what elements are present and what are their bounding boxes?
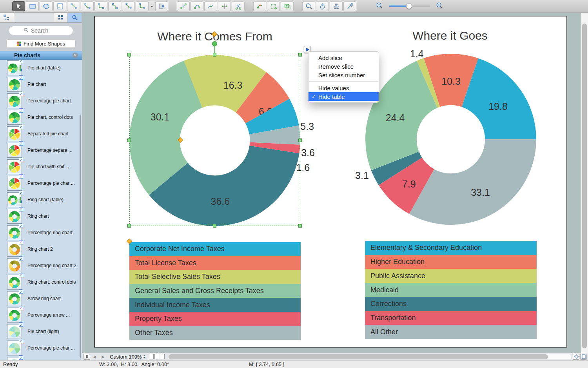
page-previous-icon[interactable]: ◀ — [90, 355, 99, 359]
find-more-shapes-button[interactable]: Find More Shapes — [6, 39, 76, 48]
zoom-stepper[interactable]: ▴▾ — [143, 354, 145, 359]
horizontal-scrollbar[interactable] — [169, 354, 571, 359]
selection-handle-nw[interactable] — [127, 53, 131, 56]
shape-list-item[interactable]: ✓ Percentage pie char ... — [0, 340, 82, 356]
add-node-tool[interactable] — [267, 1, 280, 11]
delete-shape-tool[interactable] — [155, 1, 168, 11]
shape-list-item[interactable]: ✓ Ring chart — [0, 208, 82, 224]
horizontal-scrollbar-thumb[interactable] — [169, 354, 548, 359]
text-tool[interactable] — [53, 1, 66, 11]
right-legend-table[interactable]: Elementary & Secondary Education Higher … — [365, 241, 537, 339]
shape-list-item[interactable]: ✓ Percentage ring chart — [0, 224, 82, 241]
shape-list-item[interactable]: ✓ Percentage arrow ... — [0, 307, 82, 323]
thumbnail-checkbox-icon[interactable]: ✓ — [19, 75, 23, 80]
grid-view-button[interactable] — [54, 13, 68, 22]
library-section-header[interactable]: Pie charts ✕ — [0, 51, 82, 60]
legend-row[interactable]: Medicaid — [365, 283, 537, 297]
zoom-out-icon[interactable] — [376, 2, 383, 11]
select-tool[interactable] — [12, 1, 25, 11]
context-menu-item[interactable] — [309, 81, 378, 82]
pan-tool[interactable] — [316, 1, 329, 11]
shape-list-item[interactable]: ✓ Pie chart — [0, 76, 82, 93]
zoom-tool[interactable] — [302, 1, 315, 11]
selection-handle-ne[interactable] — [298, 53, 302, 56]
legend-row[interactable]: General Sales and Gross Receipts Taxes — [129, 284, 301, 298]
curve-connector-tool[interactable] — [122, 1, 135, 11]
legend-row[interactable]: All Other — [365, 325, 537, 339]
rotation-handle[interactable] — [212, 41, 217, 46]
selection-handle-w[interactable] — [127, 138, 131, 142]
right-chart-title[interactable]: Where it Goes — [368, 29, 532, 42]
shape-list-item[interactable]: ✓ Pie chart, control dots — [0, 109, 82, 126]
context-menu-item[interactable]: ✓ Hide table — [309, 92, 379, 101]
thumbnail-checkbox-icon[interactable]: ✓ — [19, 108, 23, 113]
legend-row[interactable]: Public Assistance — [365, 269, 537, 283]
shape-list-item[interactable]: ✓ — [0, 356, 82, 360]
move-node-tool[interactable] — [218, 1, 231, 11]
close-library-icon[interactable]: ✕ — [73, 53, 78, 58]
thumbnail-checkbox-icon[interactable]: ✓ — [19, 355, 23, 360]
shape-list-item[interactable]: ✓ Percentage pie chart — [0, 93, 82, 109]
split-tool[interactable] — [232, 1, 245, 11]
library-tree-button[interactable] — [0, 13, 14, 22]
search-field[interactable] — [9, 26, 73, 35]
pause-button[interactable] — [83, 354, 90, 360]
context-menu-item[interactable]: Add slice — [309, 53, 379, 62]
reshape-tool[interactable] — [253, 1, 266, 11]
thumbnail-checkbox-icon[interactable]: ✓ — [19, 290, 23, 294]
vertical-scrollbar[interactable] — [581, 13, 588, 353]
thumbnail-checkbox-icon[interactable]: ✓ — [19, 339, 23, 343]
eyedropper-tool[interactable] — [343, 1, 356, 11]
thumbnail-checkbox-icon[interactable]: ✓ — [19, 158, 23, 162]
selection-handle-n[interactable] — [213, 53, 216, 56]
thumbnail-checkbox-icon[interactable]: ✓ — [19, 207, 23, 211]
shape-list-item[interactable]: ✓ Pie chart with shif ... — [0, 158, 82, 175]
shape-list-item[interactable]: ✓ Percentage ring chart 2 — [0, 257, 82, 274]
legend-row[interactable]: Higher Education — [365, 255, 537, 269]
shape-list-item[interactable]: ✓ Separated pie chart — [0, 126, 82, 142]
thumbnail-checkbox-icon[interactable]: ✓ — [19, 240, 23, 244]
shape-list-item[interactable]: ✓ Pie chart (table) — [0, 60, 82, 76]
zoom-in-icon[interactable] — [436, 2, 443, 11]
shape-list-item[interactable]: ✓ Pie chart (light) — [0, 323, 82, 340]
search-view-button[interactable] — [68, 13, 82, 22]
rounded-connector-tool[interactable] — [136, 1, 149, 11]
thumbnail-checkbox-icon[interactable]: ✓ — [19, 257, 23, 261]
shape-list-item[interactable]: ✓ Percentage separa ... — [0, 142, 82, 158]
thumbnail-checkbox-icon[interactable]: ✓ — [19, 141, 23, 146]
thumbnail-checkbox-icon[interactable]: ✓ — [19, 174, 23, 179]
zoom-level-label[interactable]: Custom 109% — [110, 354, 142, 360]
selection-handle-sw[interactable] — [127, 224, 131, 228]
legend-row[interactable]: Corporate Net Income Taxes — [129, 242, 301, 256]
arc-connector-tool[interactable] — [81, 1, 94, 11]
elbow-connector-tool[interactable] — [108, 1, 121, 11]
page-view-button[interactable] — [580, 354, 587, 360]
stamp-tool[interactable] — [330, 1, 343, 11]
pan-view-button[interactable] — [573, 354, 579, 360]
shape-list-item[interactable]: ✓ Ring chart 2 — [0, 241, 82, 257]
selection-handle-se[interactable] — [298, 224, 302, 228]
vertical-scrollbar-thumb[interactable] — [582, 24, 587, 348]
legend-row[interactable]: Property Taxes — [129, 312, 301, 326]
zoom-slider[interactable] — [389, 5, 430, 7]
thumbnail-checkbox-icon[interactable]: ✓ — [19, 125, 23, 129]
sidebar-scrollbar[interactable] — [80, 115, 81, 360]
page-next-icon[interactable]: ▶ — [99, 355, 107, 359]
left-legend-table[interactable]: Corporate Net Income Taxes Total License… — [129, 242, 301, 340]
donut-slice[interactable] — [409, 139, 536, 225]
legend-row[interactable]: Transportation — [365, 311, 537, 325]
shape-list-item[interactable]: ✓ Ring chart, control dots — [0, 274, 82, 290]
page-tabs[interactable] — [149, 354, 165, 359]
thumbnail-checkbox-icon[interactable]: ✓ — [19, 322, 23, 327]
search-input[interactable] — [31, 27, 58, 34]
rectangle-tool[interactable] — [26, 1, 39, 11]
ellipse-tool[interactable] — [40, 1, 53, 11]
sidebar-scrollbar-thumb[interactable] — [80, 115, 81, 358]
arc-tool[interactable] — [191, 1, 203, 11]
thumbnail-checkbox-icon[interactable]: ✓ — [19, 306, 23, 310]
selection-handle-s[interactable] — [213, 224, 216, 228]
legend-row[interactable]: Individual Income Taxes — [129, 298, 301, 312]
shape-list-item[interactable]: ✓ Ring chart (table) — [0, 191, 82, 208]
thumbnail-checkbox-icon[interactable]: ✓ — [19, 92, 23, 96]
context-menu-item[interactable]: Set slices number — [309, 71, 379, 79]
